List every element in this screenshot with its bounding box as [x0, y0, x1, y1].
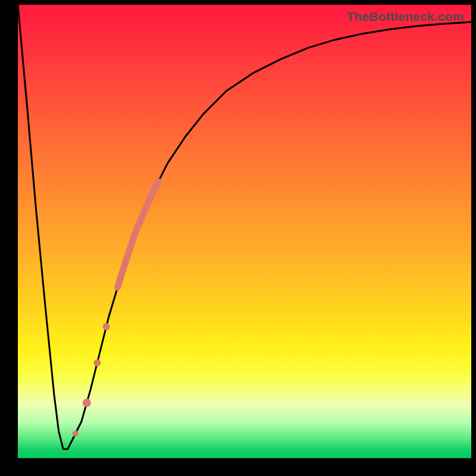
- curve-main: [18, 5, 471, 449]
- chart-frame: TheBottleneck.com: [0, 0, 476, 476]
- dot-d: [73, 431, 79, 437]
- dot-b: [93, 359, 101, 367]
- chart-svg: [18, 5, 471, 458]
- watermark-text: TheBottleneck.com: [347, 10, 464, 24]
- plot-area: TheBottleneck.com: [18, 5, 471, 458]
- highlight-segment: [118, 181, 159, 287]
- dot-a: [103, 323, 110, 330]
- dot-c: [83, 399, 91, 407]
